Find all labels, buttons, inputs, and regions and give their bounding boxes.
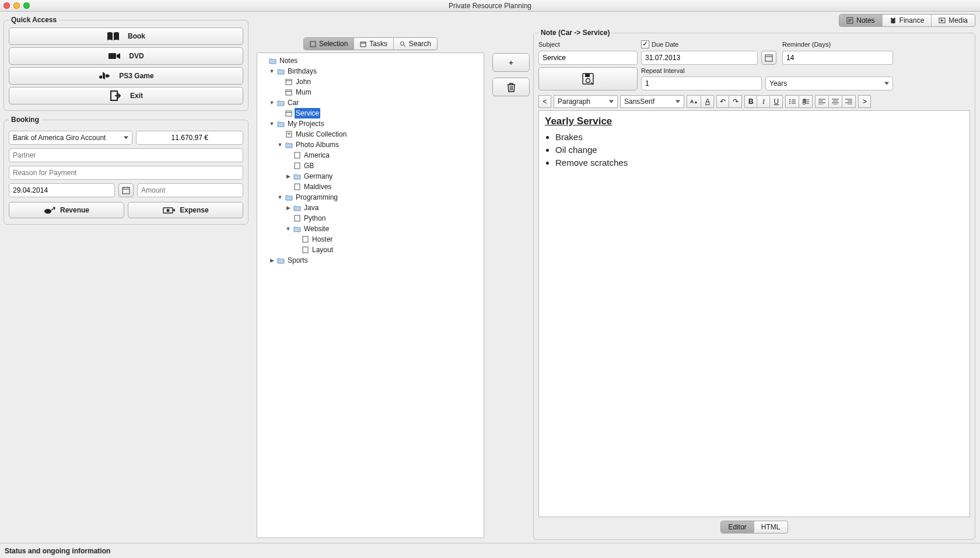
disclosure-icon[interactable]: ▶ — [285, 171, 291, 182]
tree-item-music[interactable]: Music Collection — [295, 129, 348, 140]
tab-selection[interactable]: Selection — [304, 38, 354, 50]
tab-html[interactable]: HTML — [754, 521, 788, 533]
book-icon — [107, 32, 120, 41]
svg-rect-33 — [303, 247, 308, 253]
tree-item-service[interactable]: Service — [295, 108, 320, 118]
bullet-list-button[interactable] — [785, 95, 799, 108]
align-center-button[interactable] — [829, 95, 842, 108]
game-icon — [98, 71, 111, 81]
tree-item-gb[interactable]: GB — [303, 161, 315, 171]
expense-icon — [162, 206, 175, 214]
booking-date-picker-button[interactable] — [118, 183, 134, 197]
tab-selection-label: Selection — [319, 40, 348, 48]
duedate-checkbox[interactable] — [641, 40, 649, 48]
tree-item-mum[interactable]: Mum — [295, 87, 313, 97]
toolbar-next-button[interactable]: > — [858, 95, 871, 108]
toolbar-prev-button[interactable]: < — [538, 95, 551, 108]
revenue-button[interactable]: Revenue — [9, 202, 124, 218]
paragraph-style-select[interactable]: Paragraph — [554, 95, 618, 108]
tab-editor[interactable]: Editor — [721, 521, 753, 533]
bold-button[interactable]: B — [744, 95, 757, 108]
svg-point-46 — [789, 103, 790, 104]
tab-search[interactable]: Search — [393, 38, 437, 50]
tree-folder-sports[interactable]: Sports — [286, 255, 309, 266]
tree-folder-website[interactable]: Website — [303, 224, 330, 234]
disclosure-icon[interactable]: ▼ — [269, 97, 275, 108]
tree-item-america[interactable]: America — [303, 150, 331, 161]
svg-point-44 — [789, 101, 790, 102]
exit-button[interactable]: Exit — [9, 87, 243, 104]
align-right-button[interactable] — [842, 95, 856, 108]
tree-item-hoster[interactable]: Hoster — [311, 234, 334, 245]
reason-input[interactable] — [9, 166, 243, 180]
tree-item-layout[interactable]: Layout — [311, 245, 334, 255]
expense-button[interactable]: Expense — [128, 202, 243, 218]
tree-folder-albums[interactable]: Photo Albums — [295, 140, 340, 150]
reminder-input[interactable] — [782, 51, 893, 65]
tab-finance[interactable]: Finance — [882, 15, 932, 26]
booking-date-input[interactable] — [9, 183, 115, 197]
disclosure-icon[interactable]: ▼ — [285, 224, 291, 234]
underline-button[interactable]: U — [770, 95, 783, 108]
repeat-value-input[interactable] — [641, 76, 762, 90]
tree-item-maldives[interactable]: Maldives — [303, 182, 332, 192]
save-icon — [582, 72, 594, 85]
paragraph-style-value: Paragraph — [558, 97, 590, 106]
ps3-button[interactable]: PS3 Game — [9, 67, 243, 85]
revenue-button-label: Revenue — [60, 206, 89, 214]
window-close-button[interactable] — [4, 2, 10, 9]
delete-note-button[interactable] — [492, 78, 530, 96]
tree-folder-java[interactable]: Java — [303, 203, 320, 213]
tree-root[interactable]: Notes — [278, 55, 299, 66]
italic-button[interactable]: I — [757, 95, 770, 108]
font-color-button[interactable]: A — [701, 95, 714, 108]
folder-icon — [276, 100, 285, 106]
svg-rect-0 — [108, 53, 116, 59]
tab-tasks-label: Tasks — [369, 40, 387, 48]
font-family-select[interactable]: SansSerif — [620, 95, 684, 108]
disclosure-icon[interactable]: ▼ — [277, 140, 283, 150]
save-note-button[interactable] — [538, 67, 638, 90]
tree-folder-birthdays[interactable]: Birthdays — [286, 66, 318, 76]
window-minimize-button[interactable] — [13, 2, 20, 9]
window-zoom-button[interactable] — [23, 2, 30, 9]
disclosure-icon[interactable]: ▶ — [285, 203, 291, 213]
align-left-button[interactable] — [815, 95, 829, 108]
tab-notes[interactable]: Notes — [839, 15, 881, 26]
disclosure-icon[interactable]: ▼ — [277, 192, 283, 203]
note-page-icon — [293, 152, 301, 159]
undo-button[interactable]: ↶ — [716, 95, 729, 108]
svg-rect-29 — [295, 163, 300, 169]
notes-tree[interactable]: ▶Notes ▼Birthdays ▶John ▶Mum ▼Car — [257, 53, 484, 538]
font-size-increase-button[interactable]: A▲ — [687, 95, 701, 108]
media-icon — [939, 17, 946, 24]
tree-folder-programming[interactable]: Programming — [295, 192, 339, 203]
tree-folder-germany[interactable]: Germany — [303, 171, 334, 182]
tab-media[interactable]: Media — [931, 15, 975, 26]
disclosure-icon[interactable]: ▼ — [269, 66, 275, 76]
book-button[interactable]: Book — [9, 27, 243, 45]
tab-tasks[interactable]: Tasks — [354, 38, 393, 50]
tree-folder-myprojects[interactable]: My Projects — [286, 118, 326, 129]
note-editor[interactable]: Yearly Service Brakes Oil change Remove … — [538, 110, 970, 517]
disclosure-icon[interactable]: ▶ — [269, 255, 275, 266]
add-note-button[interactable]: ＋ — [492, 53, 530, 72]
calendar-icon — [765, 54, 773, 62]
partner-input[interactable] — [9, 148, 243, 162]
duedate-input[interactable] — [641, 51, 758, 65]
account-select[interactable]: Bank of America Giro Account — [9, 131, 132, 145]
tree-item-john[interactable]: John — [295, 76, 312, 87]
amount-input[interactable] — [137, 183, 243, 197]
dvd-button[interactable]: DVD — [9, 47, 243, 65]
disclosure-icon[interactable]: ▼ — [269, 118, 275, 129]
subject-input[interactable] — [538, 51, 638, 65]
repeat-unit-select[interactable]: Years — [765, 76, 893, 90]
duedate-picker-button[interactable] — [761, 51, 776, 65]
numbered-list-button[interactable]: 123 — [799, 95, 813, 108]
folder-icon — [276, 68, 285, 75]
tree-item-python[interactable]: Python — [303, 213, 327, 224]
align-left-icon — [818, 99, 825, 104]
balance-field[interactable] — [136, 131, 243, 145]
tree-folder-car[interactable]: Car — [286, 97, 300, 108]
redo-button[interactable]: ↷ — [729, 95, 742, 108]
